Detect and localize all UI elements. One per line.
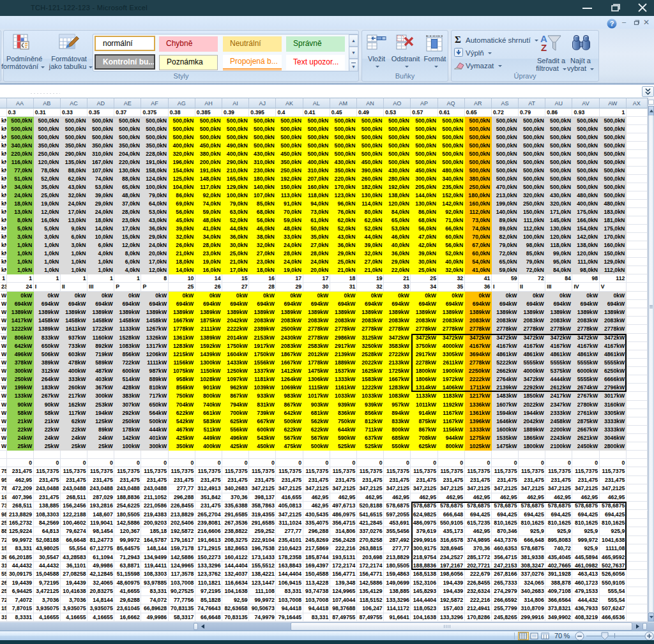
svg-text:Z: Z [541, 42, 547, 53]
svg-text:Σ: Σ [455, 35, 461, 43]
svg-text:?: ? [610, 20, 614, 27]
